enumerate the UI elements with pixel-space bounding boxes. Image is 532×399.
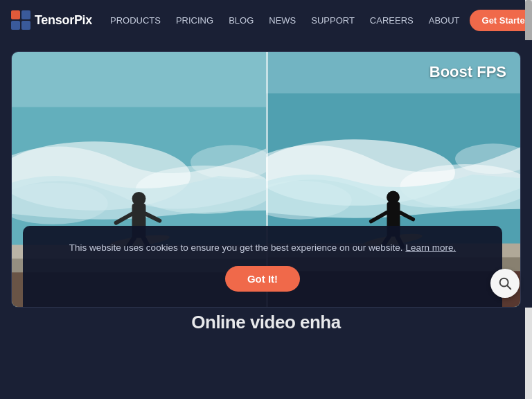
get-started-button[interactable]: Get Started xyxy=(470,10,532,31)
svg-rect-2 xyxy=(11,21,20,30)
nav-products[interactable]: PRODUCTS xyxy=(103,11,168,30)
nav-about[interactable]: ABOUT xyxy=(422,11,467,30)
nav-links: PRODUCTS PRICING BLOG NEWS SUPPORT CAREE… xyxy=(103,11,467,30)
search-icon xyxy=(497,276,513,291)
learn-more-link[interactable]: Learn more. xyxy=(405,242,456,253)
bottom-text: Online video enha xyxy=(191,312,340,328)
nav-careers[interactable]: CAREERS xyxy=(363,11,420,30)
svg-rect-0 xyxy=(11,10,20,19)
logo-text: TensorPix xyxy=(35,13,92,28)
svg-rect-3 xyxy=(21,21,30,30)
logo[interactable]: TensorPix xyxy=(11,10,92,30)
got-it-button[interactable]: Got It! xyxy=(225,266,300,292)
logo-icon xyxy=(11,10,30,30)
search-fab-button[interactable] xyxy=(490,269,520,298)
nav-pricing[interactable]: PRICING xyxy=(169,11,220,30)
nav-support[interactable]: SUPPORT xyxy=(304,11,362,30)
bottom-section-peek: Online video enha xyxy=(0,308,532,328)
svg-point-32 xyxy=(387,190,400,204)
nav-blog[interactable]: BLOG xyxy=(222,11,260,30)
image-comparison: Boost FPS This website uses cookies to e… xyxy=(11,51,521,308)
nav-news[interactable]: NEWS xyxy=(262,11,303,30)
boost-fps-label: Boost FPS xyxy=(429,63,506,81)
navbar: TensorPix PRODUCTS PRICING BLOG NEWS SUP… xyxy=(0,0,532,40)
svg-rect-1 xyxy=(21,10,30,19)
main-content: Boost FPS This website uses cookies to e… xyxy=(0,40,532,308)
svg-line-38 xyxy=(507,285,511,289)
cookie-banner: This website uses cookies to ensure you … xyxy=(23,226,502,307)
cookie-text: This website uses cookies to ensure you … xyxy=(44,241,481,255)
